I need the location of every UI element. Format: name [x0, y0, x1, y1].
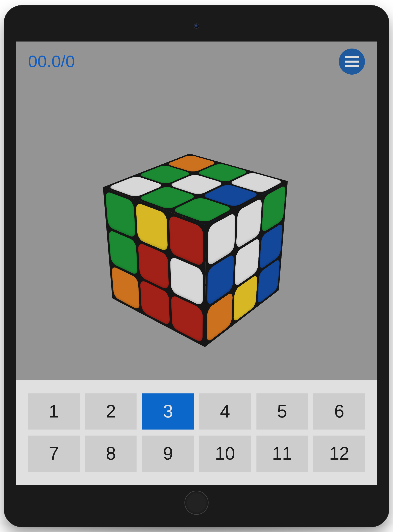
rubiks-cube[interactable]	[149, 169, 250, 316]
top-bar: 00.0/0	[16, 41, 377, 82]
menu-button[interactable]	[339, 49, 365, 75]
size-option-4[interactable]: 4	[199, 394, 251, 429]
size-option-10[interactable]: 10	[199, 436, 251, 472]
size-option-7[interactable]: 7	[28, 436, 80, 472]
timer-display: 00.0/0	[28, 52, 75, 71]
app-screen: 00.0/0 123456 789101112	[16, 41, 377, 485]
tablet-camera	[194, 24, 199, 29]
size-option-2[interactable]: 2	[85, 394, 137, 429]
hamburger-icon	[345, 61, 359, 63]
cube-stage[interactable]	[16, 102, 377, 382]
tablet-device-frame: 00.0/0 123456 789101112	[4, 5, 389, 527]
size-option-3[interactable]: 3	[142, 394, 194, 429]
size-option-5[interactable]: 5	[256, 394, 308, 429]
size-option-9[interactable]: 9	[142, 436, 194, 472]
tablet-home-button[interactable]	[184, 491, 209, 515]
size-picker-panel: 123456 789101112	[16, 380, 377, 485]
hamburger-icon	[345, 56, 359, 58]
size-option-8[interactable]: 8	[85, 436, 137, 472]
size-option-11[interactable]: 11	[256, 436, 308, 472]
size-option-6[interactable]: 6	[313, 394, 365, 429]
hamburger-icon	[345, 65, 359, 67]
size-option-12[interactable]: 12	[313, 436, 365, 472]
size-row-1: 123456	[28, 394, 365, 429]
cube-tile[interactable]	[105, 191, 136, 238]
size-row-2: 789101112	[28, 436, 365, 472]
size-option-1[interactable]: 1	[28, 394, 80, 429]
